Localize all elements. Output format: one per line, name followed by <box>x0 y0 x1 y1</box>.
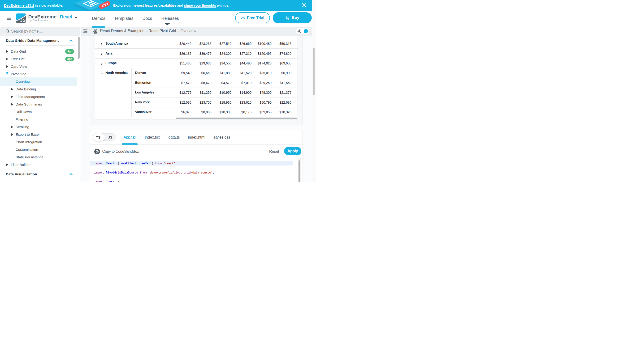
svg-text:JS: JS <box>20 18 26 23</box>
